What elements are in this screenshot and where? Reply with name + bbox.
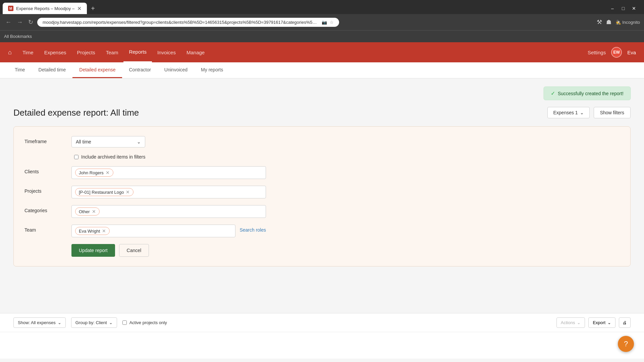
active-projects-label: Active projects only	[129, 320, 167, 325]
show-dropdown[interactable]: Show: All expenses ⌄	[13, 317, 66, 328]
remove-project-tag-btn[interactable]: ✕	[126, 189, 130, 195]
address-input[interactable]: moodjoy.harvestapp.com/reports/expenses/…	[37, 18, 339, 27]
close-window-btn[interactable]: ✕	[629, 4, 639, 13]
bookmarks-label[interactable]: All Bookmarks	[4, 34, 32, 39]
remove-team-tag-btn[interactable]: ✕	[102, 228, 106, 234]
show-filters-btn[interactable]: Show filters	[594, 107, 631, 118]
include-archived-row: Include archived items in filters	[24, 154, 620, 160]
categories-label: Categories	[24, 205, 71, 213]
clients-row: Clients John Rogers ✕	[24, 166, 620, 179]
filter-actions: Update report Cancel	[24, 244, 620, 257]
print-icon: 🖨	[623, 320, 627, 325]
tab-contractor[interactable]: Contractor	[122, 62, 157, 78]
chevron-down-icon: ⌄	[58, 320, 61, 325]
group-by-dropdown[interactable]: Group by: Client ⌄	[71, 317, 117, 328]
forward-btn[interactable]: →	[15, 17, 24, 27]
nav-invoices[interactable]: Invoices	[152, 42, 181, 62]
cancel-btn[interactable]: Cancel	[119, 244, 149, 257]
incognito-icon: 🕵	[615, 20, 621, 25]
nav-reports[interactable]: Reports	[123, 42, 152, 62]
nav-manage[interactable]: Manage	[181, 42, 210, 62]
projects-input: [P-01] Restaurant Logo ✕	[71, 186, 266, 198]
page-actions: Expenses 1 ⌄ Show filters	[547, 107, 631, 118]
filter-panel: Timeframe All time ⌄ Include archived it…	[13, 126, 631, 266]
back-btn[interactable]: ←	[4, 17, 13, 27]
bottom-toolbar: Show: All expenses ⌄ Group by: Client ⌄ …	[0, 313, 644, 332]
tab-my-reports[interactable]: My reports	[194, 62, 230, 78]
tab-uninvoiced[interactable]: Uninvoiced	[158, 62, 194, 78]
include-archived-label[interactable]: Include archived items in filters	[81, 154, 145, 160]
tab-time[interactable]: Time	[8, 62, 32, 78]
close-tab-btn[interactable]: ✕	[77, 5, 82, 12]
export-label: Export	[593, 320, 605, 325]
clients-tag-input[interactable]: John Rogers ✕	[71, 166, 266, 179]
tab-detailed-time[interactable]: Detailed time	[32, 62, 73, 78]
nav-team[interactable]: Team	[101, 42, 124, 62]
maximize-btn[interactable]: □	[619, 4, 628, 13]
toolbar-right: Actions ⌄ Export ⌄ 🖨	[556, 317, 631, 328]
categories-input: Other ✕	[71, 205, 266, 218]
window-controls: – □ ✕	[608, 4, 641, 13]
incognito-label: Incognito	[622, 20, 640, 25]
remove-client-tag-btn[interactable]: ✕	[106, 170, 110, 175]
update-report-btn[interactable]: Update report	[71, 244, 115, 257]
bookmarks-bar: All Bookmarks	[0, 30, 644, 42]
help-btn[interactable]: ?	[618, 336, 634, 352]
timeframe-select[interactable]: All time ⌄	[71, 136, 145, 147]
projects-tag-input[interactable]: [P-01] Restaurant Logo ✕	[71, 186, 266, 198]
projects-row: Projects [P-01] Restaurant Logo ✕	[24, 186, 620, 198]
chevron-down-icon: ⌄	[580, 110, 584, 115]
bookmark-icon[interactable]: ☆	[330, 20, 334, 25]
page-header: Detailed expense report: All time Expens…	[13, 107, 631, 118]
nav-expenses[interactable]: Expenses	[39, 42, 72, 62]
tab-bar: M Expense Reports – Moodjoy – ✕ + – □ ✕	[0, 0, 644, 14]
clients-input: John Rogers ✕	[71, 166, 266, 179]
check-icon: ✓	[551, 90, 555, 97]
tab-detailed-expense[interactable]: Detailed expense	[72, 62, 122, 78]
top-nav: ⌂ Time Expenses Projects Team Reports In…	[0, 42, 644, 62]
project-tag-restaurant-logo: [P-01] Restaurant Logo ✕	[75, 188, 133, 196]
settings-link[interactable]: Settings	[588, 50, 606, 55]
home-icon[interactable]: ⌂	[8, 49, 12, 56]
team-tag-input[interactable]: Eva Wright ✕	[71, 225, 235, 237]
profile-icon[interactable]: ☗	[606, 18, 611, 26]
expenses-btn-label: Expenses 1	[553, 110, 578, 115]
include-archived-checkbox[interactable]	[74, 155, 78, 159]
toast-message: Successfully created the report!	[558, 91, 624, 96]
projects-label: Projects	[24, 186, 71, 194]
user-avatar: EW	[611, 47, 622, 58]
sub-nav: Time Detailed time Detailed expense Cont…	[0, 62, 644, 78]
expenses-dropdown-btn[interactable]: Expenses 1 ⌄	[547, 107, 589, 118]
remove-category-tag-btn[interactable]: ✕	[92, 209, 96, 214]
new-tab-btn[interactable]: +	[88, 3, 98, 14]
reload-btn[interactable]: ↻	[27, 17, 35, 27]
categories-tag-input[interactable]: Other ✕	[71, 205, 266, 218]
actions-dropdown-btn[interactable]: Actions ⌄	[556, 317, 585, 328]
clients-label: Clients	[24, 166, 71, 174]
nav-projects[interactable]: Projects	[72, 42, 101, 62]
print-btn[interactable]: 🖨	[619, 317, 631, 328]
address-bar: ← → ↻ moodjoy.harvestapp.com/reports/exp…	[0, 14, 644, 30]
browser-window: M Expense Reports – Moodjoy – ✕ + – □ ✕ …	[0, 0, 644, 42]
nav-time[interactable]: Time	[17, 42, 39, 62]
user-name[interactable]: Eva	[627, 50, 636, 55]
chevron-down-icon: ⌄	[607, 320, 611, 325]
search-roles-link[interactable]: Search roles	[239, 225, 266, 233]
export-dropdown-btn[interactable]: Export ⌄	[588, 317, 615, 328]
categories-row: Categories Other ✕	[24, 205, 620, 218]
minimize-btn[interactable]: –	[608, 4, 617, 13]
chevron-down-icon: ⌄	[577, 320, 581, 325]
team-tag-eva-wright: Eva Wright ✕	[75, 227, 110, 235]
timeframe-row: Timeframe All time ⌄	[24, 136, 620, 147]
active-tab[interactable]: M Expense Reports – Moodjoy – ✕	[3, 3, 87, 14]
browser-right-icons: ⚒ ☗ 🕵 Incognito	[597, 18, 640, 26]
category-tag-other: Other ✕	[75, 207, 100, 216]
success-toast: ✓ Successfully created the report!	[544, 86, 631, 100]
incognito-badge: 🕵 Incognito	[615, 20, 640, 25]
team-label: Team	[24, 225, 71, 233]
category-tag-label: Other	[79, 209, 90, 214]
nav-right: Settings EW Eva	[588, 47, 636, 58]
active-projects-checkbox[interactable]	[122, 320, 127, 325]
active-projects-checkbox-row[interactable]: Active projects only	[122, 320, 167, 325]
camera-icon: 📷	[322, 20, 327, 25]
